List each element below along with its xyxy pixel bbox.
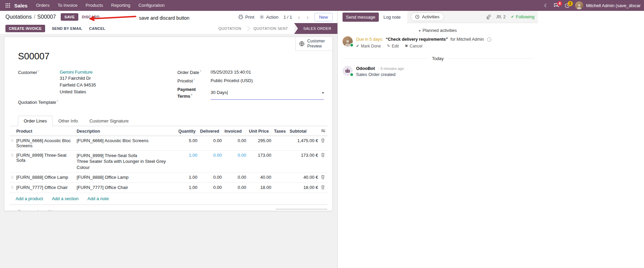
pricelist-label: Pricelist? <box>177 78 211 84</box>
activities-button[interactable]: Activities <box>411 13 444 21</box>
cell-taxes[interactable] <box>273 136 288 150</box>
add-product-link[interactable]: Add a product <box>16 196 43 201</box>
customer-link[interactable]: Gemini Furniture <box>60 70 93 75</box>
stage-sales-order[interactable]: SALES ORDER <box>294 23 337 34</box>
send-message-button[interactable]: Send message <box>343 13 379 22</box>
new-button[interactable]: New <box>314 13 333 21</box>
total-box: Total: 1,706.00 € <box>276 209 327 211</box>
help-marker: ? <box>191 93 193 97</box>
print-button[interactable]: Print <box>238 15 254 20</box>
drag-handle-icon[interactable]: ⠿ <box>11 153 14 157</box>
cell-unit-price[interactable]: 295.00 <box>248 136 273 150</box>
tab-other-info[interactable]: Other Info <box>53 116 84 126</box>
edit-activity-button[interactable]: ✎ Edit <box>387 44 399 49</box>
cell-unit-price[interactable]: 18.00 <box>248 183 273 193</box>
save-button[interactable]: SAVE <box>61 13 78 21</box>
cell-invoiced[interactable]: 0.00 <box>223 183 248 193</box>
date-separator: Today <box>343 56 533 61</box>
cell-invoiced[interactable]: 0.00 <box>223 150 248 173</box>
stage-quotation-sent[interactable]: QUOTATION SENT <box>248 23 294 34</box>
following-button[interactable]: ✔ Following <box>511 14 534 19</box>
cell-description[interactable]: [FURN_8999] Three-Seat Sofa Three Seater… <box>75 150 177 173</box>
optional-columns-icon[interactable] <box>321 129 326 133</box>
log-note-button[interactable]: Log note <box>380 13 404 22</box>
delete-row-icon[interactable] <box>321 175 325 179</box>
cell-delivered[interactable]: 0.00 <box>199 150 223 173</box>
delete-row-icon[interactable] <box>321 185 325 190</box>
cell-taxes[interactable] <box>273 173 288 183</box>
printer-icon <box>238 15 243 19</box>
cell-description[interactable]: [FURN_7777] Office Chair <box>75 183 177 193</box>
cancel-button[interactable]: CANCEL <box>89 26 105 31</box>
cell-product[interactable]: [FURN_8999] Three-Seat Sofa <box>15 150 75 173</box>
chatter-body: ▾Planned activities Due in 5 days: <box>338 28 538 80</box>
planned-activities-header[interactable]: ▾Planned activities <box>338 28 538 33</box>
customer-preview-button[interactable]: Customer Preview <box>295 37 332 51</box>
cell-taxes[interactable] <box>273 150 288 173</box>
discard-button[interactable]: DISCARD <box>82 15 99 19</box>
followers-button[interactable]: 2 <box>496 15 506 19</box>
menu-to-invoice[interactable]: To Invoice <box>54 0 81 11</box>
menu-reporting[interactable]: Reporting <box>108 0 134 11</box>
terms-and-conditions-field[interactable]: Terms and conditions... <box>18 209 63 211</box>
add-note-link[interactable]: Add a note <box>87 196 109 201</box>
cell-invoiced[interactable]: 0.00 <box>223 173 248 183</box>
cell-quantity[interactable]: 1.00 <box>177 150 199 173</box>
attachment-button[interactable] <box>486 15 491 19</box>
cell-delivered[interactable]: 0.00 <box>199 183 223 193</box>
send-by-email-button[interactable]: SEND BY EMAIL <box>52 26 82 31</box>
user-menu[interactable]: Mitchell Admin (save_discar <box>575 1 641 9</box>
cell-quantity[interactable]: 1.00 <box>177 173 199 183</box>
pricelist-field[interactable]: Public Pricelist (USD) <box>211 78 253 84</box>
stage-quotation[interactable]: QUOTATION <box>212 23 247 34</box>
delete-row-icon[interactable] <box>321 153 325 157</box>
cell-description[interactable]: [FURN_8888] Office Lamp <box>75 173 177 183</box>
cell-unit-price[interactable]: 40.00 <box>248 173 273 183</box>
create-invoice-button[interactable]: CREATE INVOICE <box>5 25 45 32</box>
cell-unit-price[interactable]: 173.00 <box>248 150 273 173</box>
cell-quantity[interactable]: 1.00 <box>177 183 199 193</box>
apps-grid-icon[interactable] <box>3 1 12 10</box>
chatter-topbar: Send message Log note Activities <box>338 11 538 23</box>
help-marker: ? <box>193 78 195 81</box>
tab-order-lines[interactable]: Order Lines <box>18 116 53 126</box>
header-invoiced: Invoiced <box>223 127 248 136</box>
cell-delivered[interactable]: 0.00 <box>199 136 223 150</box>
menu-configuration[interactable]: Configuration <box>135 0 168 11</box>
tab-customer-signature[interactable]: Customer Signature <box>84 116 135 126</box>
cancel-activity-button[interactable]: ✖ Cancel <box>405 44 423 49</box>
cell-product[interactable]: [FURN_8888] Office Lamp <box>15 173 75 183</box>
form-sheet: Customer Preview S00007 Customer? Gemini… <box>4 37 333 211</box>
cell-description[interactable]: [FURN_6666] Acoustic Bloc Screens <box>75 136 177 150</box>
payment-terms-input[interactable]: 30 Days ▾ <box>211 87 324 100</box>
messages-icon[interactable]: 4 <box>554 3 559 8</box>
cell-quantity[interactable]: 5.00 <box>177 136 199 150</box>
cell-taxes[interactable] <box>273 183 288 193</box>
cell-product[interactable]: [FURN_7777] Office Chair <box>15 183 75 193</box>
dropdown-caret-icon[interactable]: ▾ <box>322 90 324 96</box>
action-button[interactable]: Action <box>259 15 278 20</box>
cell-invoiced[interactable]: 0.00 <box>223 136 248 150</box>
app-title[interactable]: Sales <box>14 3 27 8</box>
help-marker: ? <box>37 70 39 73</box>
cell-delivered[interactable]: 0.00 <box>199 173 223 183</box>
customer-label: Customer? <box>18 69 60 96</box>
delete-row-icon[interactable] <box>321 138 325 143</box>
cell-product[interactable]: [FURN_6666] Acoustic Bloc Screens <box>15 136 75 150</box>
form-area: Customer Preview S00007 Customer? Gemini… <box>0 34 337 268</box>
pager-next-icon[interactable]: › <box>306 14 309 20</box>
action-label: Action <box>266 15 278 20</box>
menu-orders[interactable]: Orders <box>32 0 53 11</box>
drag-handle-icon[interactable]: ⠿ <box>11 186 14 190</box>
breadcrumb-quotations[interactable]: Quotations <box>5 14 32 20</box>
mark-done-button[interactable]: ✔ Mark Done <box>356 44 381 49</box>
menu-products[interactable]: Products <box>82 0 106 11</box>
moon-icon[interactable]: ☾ <box>544 3 548 8</box>
pager-prev-icon[interactable]: ‹ <box>297 14 300 20</box>
info-icon[interactable]: i <box>487 37 491 42</box>
drag-handle-icon[interactable]: ⠿ <box>11 139 14 143</box>
drag-handle-icon[interactable]: ⠿ <box>11 175 14 179</box>
add-section-link[interactable]: Add a section <box>52 196 79 201</box>
activities-clock-icon[interactable]: 2 <box>565 3 570 8</box>
order-date-field[interactable]: 05/25/2023 15:40:01 <box>211 69 251 76</box>
